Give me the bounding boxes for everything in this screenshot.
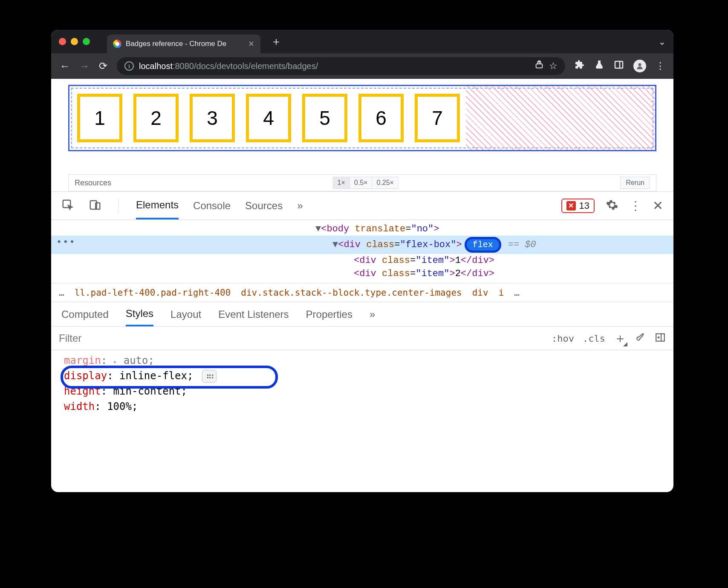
flex-item[interactable]: 7: [415, 94, 460, 142]
error-icon: ✕: [566, 201, 576, 210]
zoom-025x[interactable]: 0.25×: [372, 177, 398, 189]
minimize-window-button[interactable]: [71, 38, 78, 45]
panel-icon[interactable]: [614, 60, 624, 72]
flex-item[interactable]: 4: [246, 94, 291, 142]
dom-breadcrumbs[interactable]: … ll.pad-left-400.pad-right-400 div.stac…: [51, 283, 673, 302]
breadcrumb-item[interactable]: div.stack.stack--block.type.center-image…: [241, 288, 462, 298]
hov-toggle[interactable]: :hov: [552, 333, 574, 344]
share-icon[interactable]: [534, 60, 544, 72]
profile-avatar[interactable]: [633, 60, 646, 72]
tab-close-icon[interactable]: ✕: [248, 39, 254, 49]
devtools-kebab-icon[interactable]: ⋮: [630, 199, 641, 213]
breadcrumb-item[interactable]: i: [499, 288, 504, 298]
toolbar-actions: ⋮: [575, 60, 665, 72]
breadcrumb-item[interactable]: div: [472, 288, 488, 298]
breadcrumb-overflow-right[interactable]: …: [514, 288, 520, 298]
error-count-badge[interactable]: ✕ 13: [561, 199, 595, 213]
tab-properties[interactable]: Properties: [306, 303, 352, 326]
flex-item[interactable]: 2: [133, 94, 179, 142]
reload-button[interactable]: ⟳: [99, 60, 107, 72]
dom-node-flexbox-selected[interactable]: ••• ▼<div class="flex-box">flex== $0: [51, 236, 673, 254]
fullscreen-window-button[interactable]: [83, 38, 90, 45]
extensions-icon[interactable]: [575, 60, 585, 72]
bookmark-star-icon[interactable]: ☆: [549, 61, 558, 72]
devtools-tabs: Elements Console Sources » ✕ 13 ⋮ ✕: [51, 192, 673, 220]
browser-toolbar: ← → ⟳ i localhost:8080/docs/devtools/ele…: [51, 53, 673, 79]
flex-item[interactable]: 3: [190, 94, 235, 142]
dom-node-item-1[interactable]: <div class="item">1</div>: [51, 254, 673, 267]
close-window-button[interactable]: [59, 38, 66, 45]
devtools-close-icon[interactable]: ✕: [653, 198, 663, 213]
tab-layout[interactable]: Layout: [170, 303, 201, 326]
error-count: 13: [579, 200, 589, 211]
url-path: :8080/docs/devtools/elements/badges/: [173, 61, 318, 71]
styles-filter-bar: :hov .cls ＋: [51, 326, 673, 350]
zoom-1x[interactable]: 1×: [333, 177, 350, 189]
dom-tree[interactable]: ▼<body translate="no"> ••• ▼<div class="…: [51, 220, 673, 283]
labs-icon[interactable]: [594, 60, 604, 72]
styles-tabs: Computed Styles Layout Event Listeners P…: [51, 302, 673, 326]
page-viewport: 1 2 3 4 5 6 7 Resources 1× 0.5× 0.25× Re…: [51, 79, 673, 191]
flex-free-space-overlay: [466, 86, 655, 150]
selected-indicator: == $0: [508, 239, 536, 250]
styles-tabs-overflow-icon[interactable]: »: [370, 308, 375, 320]
chrome-favicon-icon: [113, 40, 121, 48]
new-style-rule-icon[interactable]: ＋: [614, 330, 627, 347]
forward-button[interactable]: →: [79, 60, 90, 72]
tab-elements[interactable]: Elements: [136, 192, 179, 219]
paint-brush-icon[interactable]: [635, 332, 646, 345]
devtools-panel: Elements Console Sources » ✕ 13 ⋮ ✕ ▼<bo…: [51, 191, 673, 417]
url-host: localhost: [139, 61, 173, 71]
toggle-sidebar-icon[interactable]: [655, 332, 666, 345]
flexbox-editor-icon[interactable]: [202, 370, 217, 383]
zoom-05x[interactable]: 0.5×: [350, 177, 373, 189]
styles-filter-input[interactable]: [59, 332, 543, 344]
new-tab-button[interactable]: ＋: [271, 34, 282, 49]
address-bar[interactable]: i localhost:8080/docs/devtools/elements/…: [117, 57, 565, 75]
svg-rect-1: [615, 61, 623, 68]
flex-items-wrap: 1 2 3 4 5 6 7: [69, 86, 468, 150]
tab-sources[interactable]: Sources: [245, 193, 283, 219]
resources-button[interactable]: Resources: [75, 179, 111, 187]
flex-item[interactable]: 1: [77, 94, 122, 142]
flex-container-demo[interactable]: 1 2 3 4 5 6 7: [68, 85, 656, 151]
tab-title: Badges reference - Chrome De: [126, 40, 226, 48]
tab-event-listeners[interactable]: Event Listeners: [218, 303, 289, 326]
breadcrumb-overflow-left[interactable]: …: [59, 288, 64, 298]
browser-window: Badges reference - Chrome De ✕ ＋ ⌄ ← → ⟳…: [51, 30, 673, 492]
tab-styles[interactable]: Styles: [126, 303, 153, 326]
kebab-menu-icon[interactable]: ⋮: [656, 61, 665, 72]
inspect-element-icon[interactable]: [61, 199, 74, 213]
flex-item[interactable]: 6: [358, 94, 404, 142]
divider: [118, 199, 119, 213]
tabs-dropdown-icon[interactable]: ⌄: [659, 37, 666, 47]
zoom-controls: 1× 0.5× 0.25×: [333, 177, 399, 189]
settings-gear-icon[interactable]: [606, 199, 618, 213]
flex-badge[interactable]: flex: [465, 237, 501, 253]
rerun-button[interactable]: Rerun: [620, 177, 650, 189]
cls-toggle[interactable]: .cls: [583, 333, 605, 344]
tab-console[interactable]: Console: [193, 193, 231, 219]
flex-item[interactable]: 5: [302, 94, 347, 142]
device-toolbar-icon[interactable]: [89, 199, 101, 213]
site-info-icon[interactable]: i: [124, 61, 134, 71]
window-controls: [59, 38, 90, 45]
tab-computed[interactable]: Computed: [61, 303, 109, 326]
dom-node-item-2[interactable]: <div class="item">2</div>: [51, 267, 673, 280]
row-actions-icon[interactable]: •••: [56, 237, 76, 248]
tabs-overflow-icon[interactable]: »: [297, 200, 303, 212]
dom-node-body[interactable]: ▼<body translate="no">: [51, 222, 673, 236]
demo-toolbar: Resources 1× 0.5× 0.25× Rerun: [68, 174, 656, 191]
svg-rect-0: [536, 64, 543, 68]
svg-point-3: [638, 63, 641, 66]
browser-tab[interactable]: Badges reference - Chrome De ✕: [107, 35, 260, 53]
tab-bar: Badges reference - Chrome De ✕ ＋ ⌄: [51, 30, 673, 53]
css-rules[interactable]: margin: ▸ auto; display: inline-flex; he…: [51, 350, 673, 417]
back-button[interactable]: ←: [60, 60, 70, 72]
breadcrumb-item[interactable]: ll.pad-left-400.pad-right-400: [75, 288, 231, 298]
